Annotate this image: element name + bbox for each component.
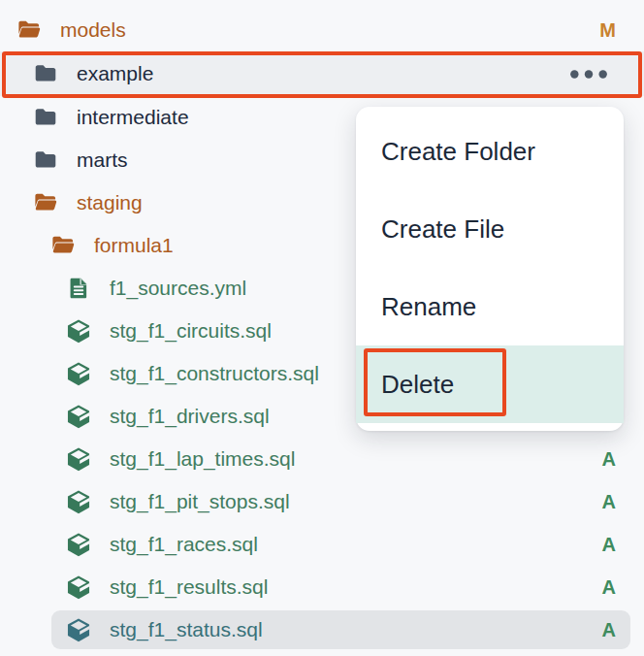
tree-row-label: intermediate xyxy=(77,106,189,129)
model-cube-icon xyxy=(65,317,92,344)
tree-row-label: f1_sources.yml xyxy=(110,277,246,300)
folder-open-icon xyxy=(49,232,77,259)
git-status-badge: A xyxy=(602,619,616,641)
folder-icon xyxy=(32,104,59,131)
tree-row-label: stg_f1_pit_stops.sql xyxy=(110,490,290,513)
tree-row-label: stg_f1_results.sql xyxy=(110,575,268,599)
tree-row-label: staging xyxy=(77,191,143,214)
git-status-badge: A xyxy=(602,491,616,513)
tree-row-label: models xyxy=(60,18,126,42)
tree-row-label: stg_f1_circuits.sql xyxy=(110,319,272,343)
model-cube-icon xyxy=(65,616,92,643)
git-status-badge: M xyxy=(599,19,616,42)
tree-row-stg-f1-lap-times[interactable]: stg_f1_lap_times.sql A xyxy=(0,438,644,480)
git-status-badge: A xyxy=(602,448,616,471)
tree-row-example[interactable]: example xyxy=(0,51,644,96)
tree-row-stg-f1-pit-stops[interactable]: stg_f1_pit_stops.sql A xyxy=(0,480,644,523)
tree-row-stg-f1-results[interactable]: stg_f1_results.sql A xyxy=(0,566,644,608)
model-cube-icon xyxy=(65,574,92,601)
tree-row-label: formula1 xyxy=(94,234,174,257)
tree-row-label: marts xyxy=(77,148,128,172)
tree-row-label: stg_f1_drivers.sql xyxy=(110,405,270,428)
menu-item-delete[interactable]: Delete xyxy=(356,345,624,423)
menu-item-create-folder[interactable]: Create Folder xyxy=(356,113,624,190)
git-status-badge: A xyxy=(602,576,616,599)
folder-open-icon xyxy=(16,16,43,44)
folder-open-icon xyxy=(32,189,59,216)
tree-row-label: stg_f1_constructors.sql xyxy=(110,362,319,385)
row-actions-ellipsis-icon[interactable] xyxy=(568,69,609,80)
context-menu: Create Folder Create File Rename Delete xyxy=(356,107,624,431)
tree-row-stg-f1-races[interactable]: stg_f1_races.sql A xyxy=(0,523,644,566)
model-cube-icon xyxy=(65,531,92,558)
tree-row-models[interactable]: models M xyxy=(0,9,644,51)
tree-row-stg-f1-status[interactable]: stg_f1_status.sql A xyxy=(0,608,644,651)
yaml-file-icon xyxy=(65,275,92,302)
folder-icon xyxy=(32,60,59,87)
tree-row-label: stg_f1_lap_times.sql xyxy=(110,447,295,471)
file-explorer-panel: models M example intermediate marts stag… xyxy=(0,0,644,656)
folder-icon xyxy=(32,147,59,174)
model-cube-icon xyxy=(65,403,92,430)
tree-row-label: example xyxy=(77,62,153,85)
tree-row-label: stg_f1_races.sql xyxy=(110,533,258,556)
menu-item-rename[interactable]: Rename xyxy=(356,268,624,345)
git-status-badge: A xyxy=(602,534,616,556)
model-cube-icon xyxy=(65,445,92,473)
menu-item-create-file[interactable]: Create File xyxy=(356,190,624,268)
tree-row-label: stg_f1_status.sql xyxy=(110,618,263,641)
model-cube-icon xyxy=(65,360,92,387)
model-cube-icon xyxy=(65,488,92,515)
